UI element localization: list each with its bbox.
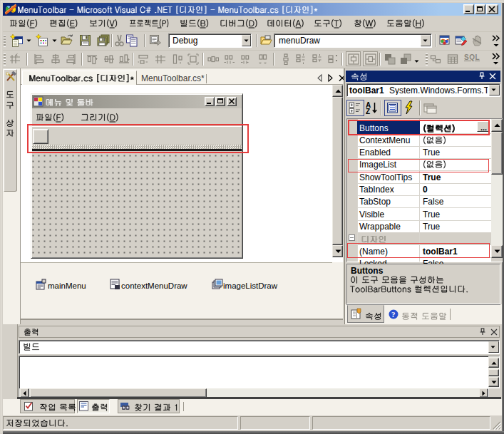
svg-text:?: ? — [391, 310, 396, 319]
svg-text:Z: Z — [366, 108, 370, 115]
